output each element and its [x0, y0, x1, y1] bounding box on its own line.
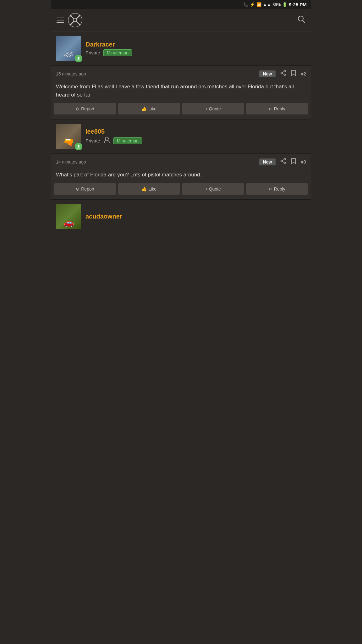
svg-line-14	[282, 73, 284, 74]
like-icon-1: 👍	[141, 106, 147, 111]
svg-point-17	[105, 137, 108, 140]
user-info-lee805: lee805 Private Minuteman	[85, 128, 142, 145]
post-time-1: 15 minutes ago	[56, 71, 86, 76]
status-bar: 📞 ⚡ 📶 ▲▲ 39% 🔋 9:25 PM	[51, 0, 311, 9]
svg-point-19	[281, 160, 282, 162]
post-1-container: Darkracer Private Minuteman 15 minutes a…	[51, 31, 311, 119]
svg-point-11	[284, 70, 286, 72]
quote-button-2[interactable]: + Quote	[182, 183, 244, 195]
share-icon-2[interactable]	[280, 158, 286, 166]
wifi-icon: 📶	[256, 2, 261, 7]
status-icons: 📞 ⚡ 📶 ▲▲ 39% 🔋 9:25 PM	[243, 2, 307, 7]
badge-minuteman-lee805: Minuteman	[113, 137, 142, 144]
post-meta-right-2: New #3	[259, 158, 306, 166]
like-button-2[interactable]: 👍 Like	[118, 183, 180, 195]
report-button-2[interactable]: ⊙ Report	[54, 183, 116, 195]
like-icon-2: 👍	[141, 186, 147, 192]
bookmark-icon-1[interactable]	[291, 70, 296, 78]
rank-lee805: Private	[85, 138, 100, 143]
nav-bar	[51, 9, 311, 31]
new-badge-2: New	[259, 158, 276, 165]
battery-icon: 🔋	[282, 2, 287, 7]
reply-icon-1: ↩	[269, 106, 272, 111]
quote-button-1[interactable]: + Quote	[182, 103, 244, 114]
user-info-darkracer: Darkracer Private Minuteman	[85, 41, 132, 56]
share-icon-1[interactable]	[280, 70, 286, 78]
post-content-2: What's part of Florida are you? Lots of …	[51, 168, 311, 183]
avatar-container-lee805	[56, 124, 81, 149]
avatar-acudaowner	[56, 204, 81, 229]
reply-button-1[interactable]: ↩ Reply	[246, 103, 308, 114]
user-info-acudaowner: acudaowner	[85, 213, 122, 220]
nav-logo-area	[57, 13, 82, 27]
username-acudaowner[interactable]: acudaowner	[85, 213, 122, 220]
svg-line-9	[303, 20, 305, 23]
battery-percent: 39%	[272, 2, 281, 7]
svg-point-20	[284, 162, 286, 164]
svg-line-15	[282, 71, 284, 72]
status-time: 9:25 PM	[289, 2, 307, 7]
rank-darkracer: Private	[85, 50, 100, 55]
report-button-1[interactable]: ⊙ Report	[54, 103, 116, 114]
rank-row-lee805: Private Minuteman	[85, 136, 142, 145]
badge-minuteman-darkracer: Minuteman	[103, 49, 132, 56]
person-icon-lee805	[103, 136, 110, 145]
svg-point-10	[78, 57, 80, 59]
svg-point-12	[281, 72, 282, 74]
bookmark-icon-2[interactable]	[291, 158, 296, 166]
bluetooth-icon: ⚡	[250, 2, 255, 7]
call-icon: 📞	[243, 2, 248, 7]
svg-point-16	[78, 145, 80, 147]
post-meta-right-1: New #2	[259, 70, 306, 78]
post-time-2: 14 minutes ago	[56, 159, 86, 164]
site-logo	[68, 13, 82, 27]
rank-row-darkracer: Private Minuteman	[85, 49, 132, 56]
reply-icon-2: ↩	[269, 186, 272, 192]
report-icon-1: ⊙	[76, 106, 80, 111]
hamburger-menu-button[interactable]	[57, 18, 64, 23]
search-button[interactable]	[297, 15, 305, 25]
post-number-2: #3	[301, 159, 306, 164]
new-badge-1: New	[259, 70, 276, 77]
avatar-container-acudaowner	[56, 204, 81, 229]
post-2-container: lee805 Private Minuteman 14 minutes ago …	[51, 119, 311, 200]
post-meta-2: 14 minutes ago New	[51, 154, 311, 168]
user-profile-darkracer: Darkracer Private Minuteman	[51, 31, 311, 66]
svg-point-13	[284, 74, 286, 75]
username-darkracer[interactable]: Darkracer	[85, 41, 132, 48]
report-icon-2: ⊙	[76, 186, 80, 192]
post-section-2: 14 minutes ago New	[51, 154, 311, 200]
username-lee805[interactable]: lee805	[85, 128, 142, 135]
svg-line-21	[282, 161, 284, 162]
post-meta-1: 15 minutes ago New	[51, 66, 311, 80]
like-button-1[interactable]: 👍 Like	[118, 103, 180, 114]
avatar-container-darkracer	[56, 36, 81, 61]
post-actions-2: ⊙ Report 👍 Like + Quote ↩ Reply	[51, 183, 311, 199]
online-badge-lee805	[75, 143, 82, 150]
post-content-1: Welcome from Fl as well I have a few fri…	[51, 80, 311, 103]
svg-point-3	[74, 19, 77, 22]
svg-point-18	[284, 158, 286, 160]
online-badge-darkracer	[75, 55, 82, 62]
post-actions-1: ⊙ Report 👍 Like + Quote ↩ Reply	[51, 103, 311, 119]
signal-icon: ▲▲	[263, 2, 271, 7]
reply-button-2[interactable]: ↩ Reply	[246, 183, 308, 195]
post-section-1: 15 minutes ago New	[51, 66, 311, 119]
svg-line-22	[282, 159, 284, 160]
user-profile-lee805: lee805 Private Minuteman	[51, 119, 311, 154]
svg-point-8	[298, 16, 303, 21]
post-number-1: #2	[301, 71, 306, 76]
user-profile-acudaowner-partial: acudaowner	[51, 200, 311, 230]
